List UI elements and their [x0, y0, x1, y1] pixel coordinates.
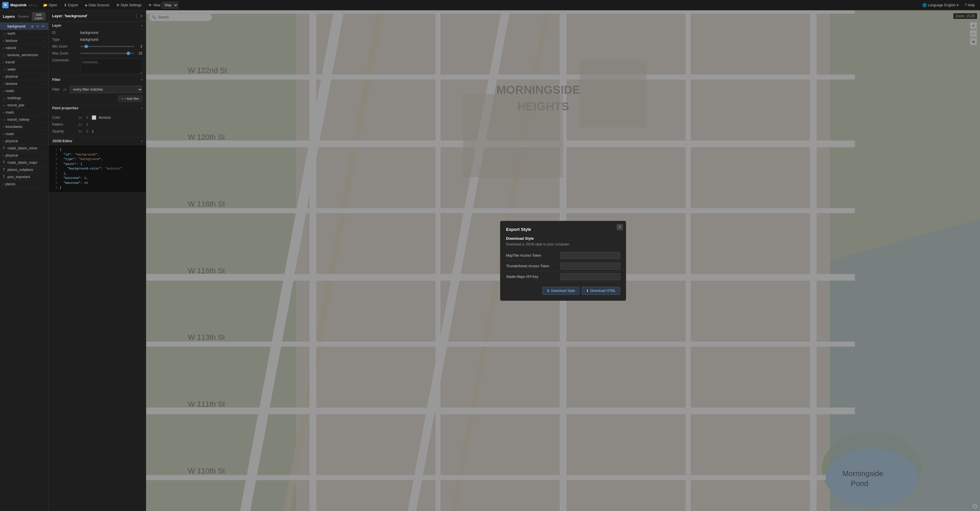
section-collapse-icon: ▾ — [141, 107, 142, 110]
max-zoom-slider-container: 22 — [80, 51, 142, 55]
layer-item-physical-3[interactable]: ▸ physical › — [0, 152, 48, 159]
layer-circle-icon: ◯ — [3, 68, 6, 71]
min-zoom-slider[interactable] — [80, 46, 134, 47]
view-select[interactable]: Map — [162, 2, 178, 9]
maptiler-token-input[interactable] — [560, 252, 620, 259]
comments-label: Comments — [52, 58, 78, 62]
pattern-expr-button[interactable]: Σ — [85, 122, 90, 127]
layer-item-transit-pier[interactable]: — transit_pier — [0, 102, 48, 109]
filter-fx-button[interactable]: ƒx — [62, 87, 68, 92]
json-line-3: 3 "type": "background", — [52, 157, 142, 162]
layer-item-transit[interactable]: ▸ transit › — [0, 59, 48, 66]
open-button[interactable]: 📂 Open — [40, 2, 60, 8]
paint-section-header[interactable]: Paint properties ▾ — [49, 104, 146, 112]
map-area: Riverside Drive Henry Hudson Pkwy W 125t… — [146, 10, 980, 511]
opacity-expr-button[interactable]: Σ — [85, 129, 90, 134]
paint-section: Paint properties ▾ Color ƒx Σ #cccccc Pa… — [49, 104, 146, 137]
layer-item-natural[interactable]: ▸ natural › — [0, 45, 48, 52]
download-icon: ⬇ — [547, 289, 550, 293]
filter-section-header[interactable]: Filter ▾ — [49, 76, 146, 83]
layer-actions: 🗑 ⧉ 👁 — [30, 24, 46, 29]
color-expr-button[interactable]: Σ — [85, 115, 90, 120]
modal-overlay[interactable]: × Export Style Download Style Download a… — [146, 10, 980, 511]
add-filter-button[interactable]: + + Add filter — [118, 96, 142, 102]
thunderforest-token-input[interactable] — [560, 263, 620, 270]
color-fx-button[interactable]: ƒx — [77, 115, 83, 120]
maptiler-token-row: MapTiler Access Token — [506, 250, 620, 261]
layer-item-buildings[interactable]: ◯ buildings — [0, 95, 48, 102]
min-zoom-slider-container: 2 — [80, 45, 142, 48]
layer-item-roads-labels-major[interactable]: T roads_labels_major — [0, 159, 48, 166]
layer-section-header[interactable]: Layer ▾ — [49, 22, 146, 29]
layer-visibility-button[interactable]: 👁 — [41, 24, 46, 29]
layer-text-icon: T — [3, 168, 6, 172]
pattern-fx-button[interactable]: ƒx — [77, 122, 83, 127]
modal-close-button[interactable]: × — [617, 224, 623, 230]
group-arrow-icon: ▸ — [3, 154, 4, 157]
color-hex-value: #cccccc — [99, 115, 111, 120]
filter-select[interactable]: every filter matches — [70, 86, 142, 93]
layer-item-places[interactable]: ▸ places › — [0, 180, 48, 188]
layers-panel: Layers Expand Add Layer background 🗑 ⧉ 👁… — [0, 10, 49, 511]
stadia-key-input[interactable] — [560, 273, 620, 280]
help-button[interactable]: ? Help — [962, 2, 978, 8]
download-html-button[interactable]: ⬇ Download HTML — [582, 287, 620, 295]
json-line-2: 2 "id": "background", — [52, 152, 142, 157]
editor-panel: Layer: 'background' ⋮ ▾ Layer ▾ ID backg… — [49, 10, 146, 511]
layer-item-earth[interactable]: ◯ earth — [0, 30, 48, 37]
json-section: JSON Editor ▾ 1{ 2 "id": "background", 3… — [49, 137, 146, 193]
layer-item-landuse-2[interactable]: ▸ landuse › — [0, 80, 48, 88]
layer-item-roads-1[interactable]: ▸ roads › — [0, 88, 48, 95]
filter-row: Filter ƒx every filter matches — [52, 86, 142, 93]
editor-menu-button[interactable]: ⋮ — [133, 13, 141, 19]
layer-delete-button[interactable]: 🗑 — [30, 24, 35, 29]
color-label: Color — [52, 115, 75, 120]
json-editor-body[interactable]: 1{ 2 "id": "background", 3 "type": "back… — [49, 145, 146, 192]
style-settings-button[interactable]: ⚙ Style Settings — [113, 2, 145, 8]
comments-textarea[interactable] — [80, 58, 142, 74]
layer-item-physical-1[interactable]: ▸ physical › — [0, 73, 48, 80]
group-arrow-icon: ▸ — [3, 61, 4, 64]
layer-item-landuse-aerodrome[interactable]: ◯ landuse_aerodrome — [0, 52, 48, 59]
layer-circle-icon: ◯ — [3, 97, 6, 100]
paint-section-title: Paint properties — [52, 106, 141, 110]
layer-item-places-subplace[interactable]: T places_subplace — [0, 166, 48, 174]
app-name: Maputnik — [10, 3, 27, 7]
layer-text-icon: T — [3, 161, 6, 164]
layer-duplicate-button[interactable]: ⧉ — [36, 24, 40, 29]
layer-item-background[interactable]: background 🗑 ⧉ 👁 — [0, 22, 48, 30]
download-style-button[interactable]: ⬇ Download Style — [542, 287, 579, 295]
layer-arrow-icon: › — [43, 39, 46, 43]
group-arrow-icon: ▸ — [3, 140, 4, 142]
color-swatch[interactable] — [92, 115, 96, 120]
layer-item-roads-3[interactable]: ▸ roads › — [0, 131, 48, 137]
layer-text-icon: T — [3, 175, 6, 179]
download-icon: ⬇ — [586, 289, 589, 293]
layer-item-water[interactable]: ◯ water — [0, 66, 48, 73]
layer-item-physical-2[interactable]: ▸ physical › — [0, 137, 48, 145]
opacity-fx-button[interactable]: ƒx — [77, 129, 83, 134]
section-collapse-icon: ▾ — [141, 140, 142, 143]
id-value: background — [80, 31, 142, 35]
export-button[interactable]: ⬇ Export — [61, 2, 81, 8]
layer-item-pois-important[interactable]: T pois_important — [0, 174, 48, 180]
plus-icon: + — [121, 97, 123, 101]
layer-section: Layer ▾ ID background Type background Mi… — [49, 22, 146, 76]
data-sources-button[interactable]: ◈ Data Sources — [82, 2, 112, 8]
layer-item-landuse-1[interactable]: ▸ landuse › — [0, 37, 48, 45]
app-version: v2.1.1 — [29, 3, 37, 7]
language-button[interactable]: 🌐 Language English ▾ — [920, 2, 961, 8]
add-layer-button[interactable]: Add Layer — [32, 12, 46, 21]
editor-collapse-icon: ▾ — [141, 14, 142, 18]
expand-button[interactable]: Expand — [17, 14, 30, 19]
layer-item-roads-2[interactable]: ▸ roads › — [0, 109, 48, 116]
json-section-header[interactable]: JSON Editor ▾ — [49, 137, 146, 145]
layer-item-transit-railway[interactable]: — transit_railway — [0, 116, 48, 123]
layer-item-roads-labels-minor[interactable]: T roads_labels_minor — [0, 145, 48, 152]
max-zoom-slider[interactable] — [80, 53, 134, 54]
layer-item-boundaries[interactable]: ▸ boundaries › — [0, 123, 48, 131]
layers-list: background 🗑 ⧉ 👁 ◯ earth ▸ landuse › ▸ n… — [0, 22, 48, 511]
view-button[interactable]: 👁 View Map — [146, 1, 181, 10]
datasources-icon: ◈ — [85, 3, 88, 7]
max-zoom-value: 22 — [137, 51, 142, 55]
